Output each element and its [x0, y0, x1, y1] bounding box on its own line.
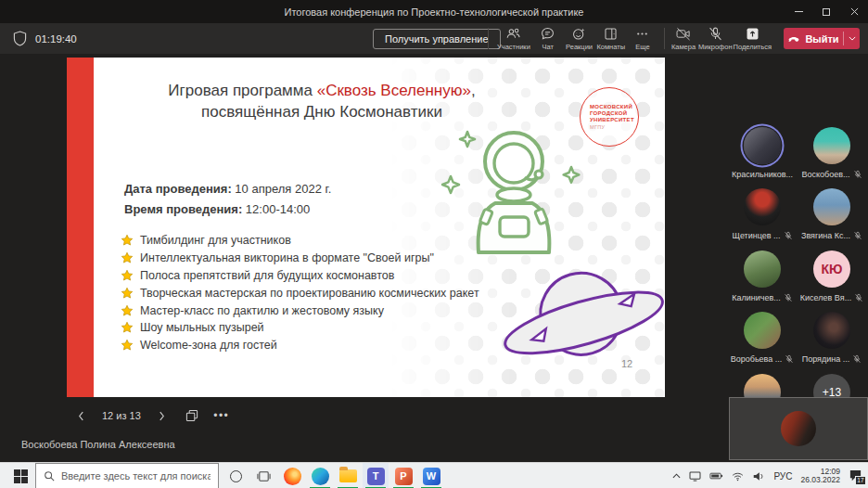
star-icon [121, 234, 134, 247]
bullet-text: Welcome-зона для гостей [140, 339, 277, 352]
taskbar-app-file-explorer[interactable] [335, 463, 361, 488]
participant-tile[interactable]: Порядина ... [799, 312, 864, 364]
presentation-slide[interactable]: Игровая программа «Сквозь Вселенную», по… [67, 58, 665, 397]
toolbar-divider [664, 28, 665, 49]
display-icon [689, 471, 701, 482]
event-time: Время проведения: 12:00-14:00 [124, 199, 331, 220]
bullet-item: Полоса препятствий для будущих космонавт… [121, 267, 479, 285]
bullet-item: Welcome-зона для гостей [121, 337, 479, 354]
participant-tile[interactable]: Воскобоев... [799, 127, 864, 179]
bullet-text: Шоу мыльных пузырей [140, 321, 264, 334]
taskbar-app-edge[interactable] [307, 463, 333, 488]
date-value: 10 апреля 2022 г. [232, 182, 332, 196]
task-view-icon [257, 469, 271, 483]
bullet-text: Творческая мастерская по проектированию … [140, 287, 479, 300]
camera-label: Камера [671, 43, 696, 51]
window-title: Итоговая конференция по Проектно-техноло… [285, 6, 584, 18]
participant-name: Киселев Вя... [800, 293, 851, 302]
action-center-button[interactable]: 17 [849, 469, 864, 484]
battery-icon [709, 471, 723, 481]
avatar [744, 188, 781, 225]
chat-button[interactable]: Чат [534, 26, 562, 51]
minimize-button[interactable] [785, 0, 812, 23]
teams-icon: T [367, 468, 385, 485]
participant-tile[interactable]: Воробьева ... [730, 312, 795, 364]
slide-title: Игровая программа «Сквозь Вселенную», по… [122, 80, 521, 122]
more-dots-icon: ••• [213, 409, 229, 422]
task-view-button[interactable] [250, 463, 276, 488]
taskbar-app-word[interactable]: W [418, 463, 444, 488]
previous-slide-button[interactable] [72, 407, 89, 424]
self-view-tile[interactable] [729, 397, 868, 460]
windows-taskbar: T P W РУС 12:09 26.03.2022 [0, 462, 868, 488]
firefox-icon [284, 468, 301, 485]
participants-button[interactable]: Участники [497, 26, 530, 51]
cortana-button[interactable] [223, 463, 249, 488]
rooms-icon [603, 26, 619, 42]
chevron-right-icon [159, 411, 165, 421]
taskbar-search[interactable] [35, 463, 219, 488]
teams-meeting-window: Итоговая конференция по Проектно-техноло… [0, 0, 868, 488]
tray-wifi-button[interactable] [732, 471, 744, 482]
slide-position: 12 из 13 [102, 410, 141, 421]
more-button[interactable]: Еще [629, 26, 657, 51]
tray-expand-button[interactable] [672, 473, 681, 479]
camera-button[interactable]: Камера [670, 26, 697, 51]
close-button[interactable] [840, 0, 868, 23]
language-indicator[interactable]: РУС [773, 471, 792, 482]
slide-title-prefix: Игровая программа [168, 82, 316, 99]
taskbar-app-teams[interactable]: T [363, 463, 389, 488]
slide-more-options-button[interactable]: ••• [213, 407, 230, 424]
tray-battery-button[interactable] [709, 471, 723, 481]
tray-volume-button[interactable] [752, 471, 765, 482]
mic-off-icon [854, 293, 863, 302]
maximize-button[interactable] [812, 0, 840, 23]
share-label: Поделиться [734, 43, 772, 51]
astronaut-illustration [436, 119, 582, 258]
logo-line: ГОРОДСКОЙ [590, 110, 638, 117]
taskbar-clock[interactable]: 12:09 26.03.2022 [800, 468, 840, 485]
leave-button[interactable]: Выйти [784, 28, 860, 49]
more-label: Еще [635, 43, 649, 51]
search-icon [44, 470, 55, 482]
bullet-text: Мастер-класс по дактилю и жестовому язык… [140, 304, 384, 317]
microphone-button[interactable]: Микрофон [698, 26, 733, 51]
slide-accent-bar [67, 58, 94, 397]
meeting-toolbar: 01:19:40 Получить управление Участники Ч… [0, 23, 868, 54]
device-actions: Камера Микрофон Поделиться [670, 26, 772, 51]
participant-tile[interactable]: Красильников... [730, 127, 795, 179]
participant-tile[interactable]: Звягина Кс... [799, 188, 864, 240]
participant-tile[interactable]: КЮ Киселев Вя... [799, 250, 864, 302]
taskbar-app-powerpoint[interactable]: P [390, 463, 416, 488]
share-button[interactable]: Поделиться [734, 26, 772, 51]
participants-label: Участники [497, 43, 530, 51]
people-icon [505, 26, 521, 42]
take-control-button[interactable]: Получить управление [373, 29, 501, 49]
participant-name: Порядина ... [802, 354, 850, 364]
rooms-button[interactable]: Комнаты [596, 26, 625, 51]
leave-label: Выйти [805, 33, 838, 45]
participant-tile[interactable]: Калиничев... [730, 250, 795, 302]
word-icon: W [423, 468, 440, 485]
taskbar-app-firefox[interactable] [279, 463, 305, 488]
chevron-left-icon [78, 411, 84, 421]
reactions-button[interactable]: Реакции [566, 26, 594, 51]
rooms-label: Комнаты [596, 43, 625, 51]
bullet-text: Тимбилдинг для участников [140, 234, 291, 247]
meeting-timer: 01:19:40 [13, 31, 77, 46]
tray-display-button[interactable] [689, 471, 701, 482]
participant-tile[interactable]: Щетинцев ... [730, 188, 795, 240]
mic-off-icon [852, 354, 862, 364]
event-date: Дата проведения: 10 апреля 2022 г. [124, 179, 331, 199]
start-button[interactable] [7, 463, 33, 488]
bullet-item: Шоу мыльных пузырей [121, 319, 479, 337]
slide-thumbnails-button[interactable] [184, 407, 200, 424]
participant-name: Щетинцев ... [732, 231, 780, 240]
next-slide-button[interactable] [154, 407, 171, 424]
slide-title-suffix: , [471, 82, 476, 99]
mic-off-icon [784, 231, 793, 240]
cortana-icon [230, 470, 242, 482]
search-input[interactable] [61, 470, 211, 482]
leave-options-button[interactable] [844, 28, 860, 49]
leave-main[interactable]: Выйти [784, 28, 843, 49]
